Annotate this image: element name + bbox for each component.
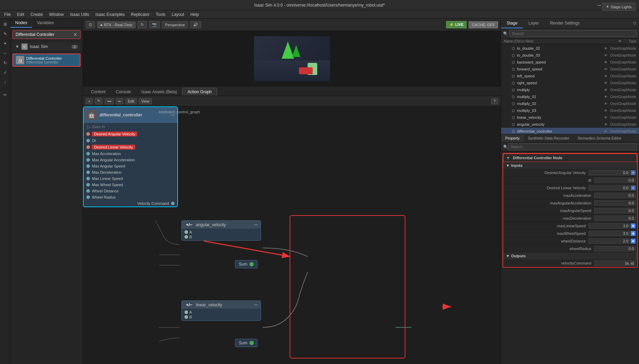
linear-velocity-node[interactable]: +/− linear_velocity ••• A B (181, 300, 261, 321)
prop-tab-synthetic-data[interactable]: Synthetic Data Recorder (524, 134, 574, 142)
menu-create[interactable]: Create (28, 11, 46, 18)
tree-row-to-double-02[interactable]: ⬡ to_double_02 👁 OmniGraphNode (501, 45, 639, 52)
eye-icon-1[interactable]: 👁 (603, 46, 609, 51)
eye-icon-13[interactable]: 👁 (603, 128, 609, 134)
angular-node-menu[interactable]: ••• (254, 223, 258, 227)
toolbar-icon-scale[interactable]: ⤢ (1, 68, 9, 77)
section-collapse-icon[interactable]: ▼ (506, 156, 510, 160)
eye-icon-8[interactable]: 👁 (603, 94, 609, 99)
tree-row-multiply[interactable]: ⬡ multiply 👁 OmniGraphNode (501, 86, 639, 93)
prop-ctrl-btn-lv[interactable]: ≡ (631, 185, 636, 190)
tree-row-backward-speed[interactable]: ⬡ backward_speed 👁 OmniGraphNode (501, 59, 639, 66)
menu-edit[interactable]: Edit (14, 11, 27, 18)
viewport-camera-btn[interactable]: 📷 (149, 21, 160, 28)
toolbar-icon-arrows[interactable]: ✦ (1, 39, 9, 48)
menu-replicator[interactable]: Replicator (128, 11, 152, 18)
toolbar-icon-1[interactable]: ⊞ (1, 20, 9, 28)
live-btn[interactable]: ⚡ LIVE (446, 21, 467, 28)
tab-console[interactable]: Console (111, 88, 136, 96)
toolbar-icon-rotate[interactable]: ↻ (1, 59, 9, 67)
menu-tools[interactable]: Tools (153, 11, 168, 18)
menu-isaac-utils[interactable]: Isaac Utils (67, 11, 92, 18)
prop-value-max-linear-speed[interactable] (589, 223, 630, 229)
prop-ctrl-btn-mls[interactable]: ■ (631, 223, 636, 228)
linear-node-menu[interactable]: ••• (254, 303, 258, 307)
more-btn[interactable]: •• (116, 98, 123, 104)
cache-btn[interactable]: CACHE: OFF (469, 21, 498, 28)
tab-variables[interactable]: Variables (32, 19, 59, 28)
tree-row-to-double-03[interactable]: ⬡ to_double_03 👁 OmniGraphNode (501, 52, 639, 59)
eye-icon-10[interactable]: 👁 (603, 108, 609, 113)
tree-row-multiply-01[interactable]: ⬡ multiply_01 👁 OmniGraphNode (501, 93, 639, 100)
outputs-section-header[interactable]: ▼ Outputs (503, 252, 637, 259)
tree-row-multiply-02[interactable]: ⬡ multiply_02 👁 OmniGraphNode (501, 100, 639, 107)
menu-window[interactable]: Window (46, 11, 67, 18)
prop-value-max-angular-speed[interactable] (594, 208, 636, 213)
menu-isaac-examples[interactable]: Isaac Examples (93, 11, 128, 18)
viewport-icon-btn[interactable]: ⊡ (86, 21, 95, 28)
eye-icon-11[interactable]: 👁 (603, 115, 609, 120)
tab-layer[interactable]: Layer (523, 19, 544, 28)
toolbar-icon-move[interactable]: ↔ (1, 49, 9, 57)
eye-icon-3[interactable]: 👁 (603, 59, 609, 65)
prop-ctrl-btn-av[interactable]: ≡ (631, 170, 636, 175)
tree-row-right-speed[interactable]: ⬡ right_speed 👁 OmniGraphNode (501, 79, 639, 86)
tree-row-left-speed[interactable]: ⬡ left_speed 👁 OmniGraphNode (501, 73, 639, 79)
prop-value-max-angular-acceleration[interactable] (594, 200, 636, 206)
tab-action-graph[interactable]: Action Graph (182, 88, 217, 96)
menu-help[interactable]: Help (188, 11, 202, 18)
help-btn[interactable]: ? (491, 98, 498, 104)
eye-icon-12[interactable]: 👁 (603, 122, 609, 127)
viewport-refresh-btn[interactable]: ↻ (138, 21, 147, 28)
stage-search-input[interactable] (509, 30, 637, 37)
tree-row-differential-controller[interactable]: ⬡ differential_controller 👁 OmniGraphNod… (501, 128, 639, 134)
prop-value-dt[interactable] (594, 178, 636, 183)
prop-value-wheel-radius[interactable] (594, 246, 636, 251)
graph-area[interactable]: keyboard_control_graph (83, 106, 501, 364)
perspective-btn[interactable]: Perspective (162, 21, 188, 28)
toolbar-icon-2[interactable]: ✎ (1, 30, 9, 38)
prop-value-max-wheel-speed[interactable] (589, 231, 630, 236)
view-btn[interactable]: View (139, 98, 152, 104)
tab-nodes[interactable]: Nodes (10, 19, 32, 28)
rtx-realtime-btn[interactable]: ● RTX - Real-Time (97, 21, 135, 28)
menu-layout[interactable]: Layout (169, 11, 187, 18)
tab-isaac-assets[interactable]: Isaac Assets (Beta) (136, 88, 182, 96)
dc-node-item[interactable]: 🤖 Differential Controller Differential C… (12, 54, 81, 67)
eye-icon-7[interactable]: 👁 (603, 87, 609, 93)
prop-tab-property[interactable]: Property (501, 134, 524, 142)
tree-row-angular-velocity[interactable]: ⬡ angular_velocity 👁 OmniGraphNode (501, 121, 639, 128)
dots-btn[interactable]: ••• (105, 98, 114, 104)
prop-value-max-acceleration[interactable] (594, 193, 636, 198)
differential-controller-node[interactable]: 🤖 differential_controller ••• ▷ Exec In … (83, 106, 178, 207)
prop-value-desired-linear-velocity[interactable] (589, 185, 630, 191)
toolbar-icon-cursor[interactable]: ↕ (1, 78, 9, 86)
menu-file[interactable]: File (1, 11, 13, 18)
prop-value-desired-angular-velocity[interactable] (589, 170, 630, 175)
eye-icon-4[interactable]: 👁 (603, 66, 609, 72)
tab-content[interactable]: Content (86, 88, 111, 96)
property-search-input[interactable] (508, 143, 637, 150)
eye-icon-9[interactable]: 👁 (603, 101, 609, 106)
linear-sum-box[interactable]: Sum (235, 339, 257, 347)
prop-tab-semantics[interactable]: Semantics Schema Editor (573, 134, 626, 142)
viewport[interactable] (83, 31, 501, 86)
angular-velocity-node[interactable]: +/− angular_velocity ••• A B (181, 220, 261, 241)
prop-value-wheel-distance[interactable] (589, 238, 630, 244)
collapse-icon[interactable]: ▼ (15, 44, 19, 49)
prop-ctrl-btn-mws[interactable]: ■ (631, 231, 636, 236)
inputs-section-header[interactable]: ▼ Inputs (503, 162, 637, 169)
stage-tree[interactable]: ⬡ to_double_02 👁 OmniGraphNode ⬡ to_doub… (501, 44, 639, 134)
add-node-btn[interactable]: + (86, 98, 93, 104)
tree-row-forward-speed[interactable]: ⬡ forward_speed 👁 OmniGraphNode (501, 66, 639, 73)
eye-icon-2[interactable]: 👁 (603, 52, 609, 58)
edit-btn[interactable]: Edit (125, 98, 137, 104)
eye-icon-5[interactable]: 👁 (603, 73, 609, 79)
prop-value-velocity-command[interactable] (594, 260, 636, 266)
tree-row-multiply-03[interactable]: ⬡ multiply_03 👁 OmniGraphNode (501, 107, 639, 114)
prop-ctrl-btn-wd[interactable]: ■ (631, 239, 636, 243)
stage-lights-button[interactable]: ☀ Stage Lights (602, 3, 636, 11)
tree-row-linear-velocity[interactable]: ⬡ linear_velocity 👁 OmniGraphNode (501, 114, 639, 121)
tab-stage[interactable]: Stage (501, 19, 523, 28)
dc-close-button[interactable]: ✕ (73, 32, 77, 37)
